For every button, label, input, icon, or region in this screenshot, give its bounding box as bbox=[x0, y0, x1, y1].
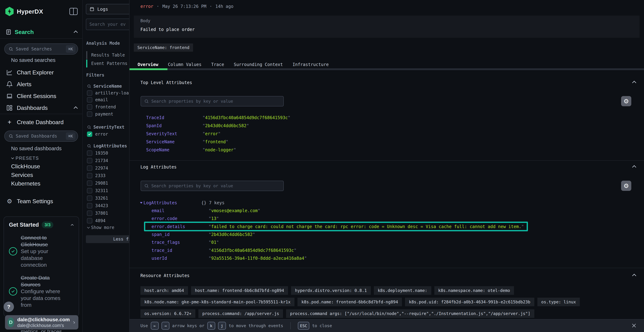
attribute-key[interactable]: ServiceName bbox=[140, 139, 202, 144]
checkbox[interactable] bbox=[87, 97, 92, 102]
saved-dashboards-field[interactable] bbox=[16, 134, 63, 139]
help-button[interactable]: ? bbox=[4, 302, 14, 312]
checkbox[interactable] bbox=[87, 218, 92, 224]
checkbox[interactable] bbox=[87, 180, 92, 186]
sidebar-item-chart-explorer[interactable]: Chart Explorer bbox=[6, 66, 78, 78]
attribute-row[interactable]: ServiceNamefrontend bbox=[140, 138, 637, 146]
attribute-value[interactable]: node-logger bbox=[202, 148, 236, 152]
attribute-value[interactable]: failed to charge card: could not charge … bbox=[208, 224, 524, 229]
saved-searches-field[interactable] bbox=[16, 46, 63, 52]
saved-searches-input[interactable]: ⌘K bbox=[4, 44, 78, 54]
tab-surrounding-context[interactable]: Surrounding Context bbox=[229, 62, 288, 67]
less-filters-button[interactable]: Less fil bbox=[86, 235, 129, 243]
saved-dashboards-input[interactable]: ⌘K bbox=[4, 130, 78, 142]
filter-option[interactable]: 29081 bbox=[87, 180, 108, 187]
checkbox[interactable] bbox=[87, 188, 92, 193]
sidebar-item-team-settings[interactable]: ⚙ Team Settings bbox=[6, 196, 78, 206]
log-attributes-search-input[interactable] bbox=[151, 184, 280, 188]
attribute-value[interactable]: 4156d3fbc40a64854d9dc7f68641593c bbox=[208, 248, 296, 253]
tab-infrastructure[interactable]: Infrastructure bbox=[288, 62, 334, 67]
tab-overview[interactable]: Overview bbox=[133, 62, 163, 67]
attribute-value[interactable]: 92a55156-39a4-11f0-8ddd-a2eca416a8a4 bbox=[208, 256, 307, 261]
attribute-value[interactable]: error bbox=[202, 131, 220, 136]
attribute-value[interactable]: 01 bbox=[208, 240, 219, 245]
attribute-value[interactable]: 13 bbox=[208, 216, 219, 221]
attribute-key[interactable]: SpanId bbox=[140, 123, 202, 128]
attribute-value[interactable]: 4156d3fbc40a64854d9dc7f68641593c bbox=[202, 115, 290, 120]
source-selector-button[interactable]: Logs bbox=[86, 4, 129, 14]
filter-option[interactable]: email bbox=[87, 96, 108, 104]
checkbox[interactable] bbox=[87, 203, 92, 208]
preset-kubernetes-link[interactable]: Kubernetes bbox=[11, 180, 40, 188]
j-key[interactable]: j bbox=[218, 322, 226, 330]
service-tag[interactable]: ServiceName: frontend bbox=[134, 44, 193, 52]
resource-chip[interactable]: k8s.deployment.name: bbox=[374, 286, 431, 295]
attribute-key[interactable]: TraceId bbox=[140, 115, 202, 120]
attribute-row[interactable]: ScopeNamenode-logger bbox=[140, 146, 637, 154]
attribute-key[interactable]: ScopeName bbox=[140, 148, 202, 152]
event-search-box[interactable] bbox=[86, 18, 129, 30]
attribute-value[interactable]: 2b43d0c4dd6bc582 bbox=[202, 123, 249, 128]
user-menu[interactable]: D dale@clickhouse.com dale@clickhouse.co… bbox=[5, 315, 78, 330]
filter-option[interactable]: payment bbox=[87, 110, 113, 118]
filter-group-servicename[interactable]: ServiceName bbox=[87, 83, 122, 90]
presets-toggle[interactable]: PRESETS bbox=[11, 154, 39, 162]
attribute-key[interactable]: userId bbox=[152, 256, 167, 261]
checkbox[interactable] bbox=[87, 166, 92, 171]
esc-key[interactable]: ESC bbox=[298, 322, 309, 330]
filter-option[interactable]: error bbox=[87, 130, 108, 138]
resource-chip[interactable]: k8s.pod.uid: f284fb2d-a0b3-4634-991b-e2c… bbox=[405, 298, 534, 306]
attribute-key[interactable]: error.details bbox=[152, 224, 185, 229]
checkbox[interactable] bbox=[87, 90, 92, 96]
mode-results-table[interactable]: Results Table bbox=[86, 51, 125, 59]
attribute-key[interactable]: error.code bbox=[152, 216, 178, 221]
filter-option[interactable]: frontend bbox=[87, 104, 116, 110]
chevron-up-icon[interactable] bbox=[71, 224, 74, 227]
checkbox[interactable] bbox=[87, 196, 92, 201]
event-search-input[interactable] bbox=[90, 22, 129, 27]
get-started-item[interactable]: Connect to ClickHouse Set up your databa… bbox=[9, 234, 74, 268]
attribute-key[interactable]: trace_flags bbox=[152, 240, 180, 245]
log-attributes-root[interactable]: LogAttributes {} 7 keys bbox=[140, 199, 177, 207]
top-level-search-box[interactable] bbox=[140, 96, 284, 106]
filter-group-logattributes[interactable]: LogAttributes bbox=[87, 143, 127, 149]
filter-option[interactable]: 32311 bbox=[87, 187, 108, 194]
preset-services-link[interactable]: Services bbox=[11, 171, 33, 179]
resource-chip[interactable]: host.arch: amd64 bbox=[140, 286, 188, 295]
tab-column-values[interactable]: Column Values bbox=[163, 62, 206, 67]
checkbox[interactable] bbox=[87, 112, 92, 117]
log-attributes-search-box[interactable] bbox=[140, 181, 284, 191]
attribute-row[interactable]: SeverityTexterror bbox=[140, 130, 637, 138]
attribute-key[interactable]: SeverityText bbox=[140, 131, 202, 136]
checkbox[interactable] bbox=[87, 104, 92, 110]
arrow-right-key[interactable]: → bbox=[162, 322, 170, 330]
collapse-sidebar-icon[interactable] bbox=[70, 8, 78, 15]
attribute-key[interactable]: trace_id bbox=[152, 248, 172, 253]
filter-option[interactable]: 21734 bbox=[87, 157, 108, 164]
k-key[interactable]: k bbox=[207, 322, 215, 330]
settings-gear-button[interactable]: ⚙ bbox=[621, 96, 631, 106]
chevron-up-icon[interactable] bbox=[74, 106, 78, 110]
attribute-value[interactable]: frontend bbox=[202, 139, 228, 144]
create-dashboard-button[interactable]: + Create Dashboard bbox=[6, 118, 78, 126]
resource-chip[interactable]: k8s.pod.name: frontend-6b6c8d7bfd-ng894 bbox=[298, 298, 402, 306]
attribute-value[interactable]: vmoses@example.com bbox=[208, 208, 260, 213]
sidebar-item-alerts[interactable]: Alerts bbox=[6, 78, 78, 90]
sidebar-item-search[interactable]: Search bbox=[5, 27, 78, 37]
sidebar-item-dashboards[interactable]: Dashboards bbox=[6, 102, 78, 114]
checkbox[interactable] bbox=[87, 173, 92, 178]
attribute-key[interactable]: LogAttributes bbox=[144, 200, 177, 205]
get-started-header[interactable]: Get Started 3/3 bbox=[9, 222, 74, 228]
attribute-key[interactable]: span_id bbox=[152, 232, 170, 237]
attribute-key[interactable]: email bbox=[152, 208, 164, 213]
filter-option[interactable]: 37801 bbox=[87, 210, 108, 217]
filter-group-severitytext[interactable]: SeverityText bbox=[87, 124, 124, 130]
resource-chip[interactable]: host.name: frontend-6b6c8d7bfd-ng894 bbox=[191, 286, 288, 295]
resource-chip[interactable]: hyperdx.distro.version: 0.8.1 bbox=[291, 286, 371, 295]
filter-option[interactable]: 34423 bbox=[87, 202, 108, 209]
close-icon[interactable] bbox=[631, 323, 637, 328]
checkbox[interactable] bbox=[87, 210, 92, 216]
attribute-row[interactable]: SpanId2b43d0c4dd6bc582 bbox=[140, 122, 637, 130]
preset-clickhouse-link[interactable]: ClickHouse bbox=[11, 162, 40, 170]
sidebar-item-client-sessions[interactable]: Client Sessions bbox=[6, 90, 78, 102]
